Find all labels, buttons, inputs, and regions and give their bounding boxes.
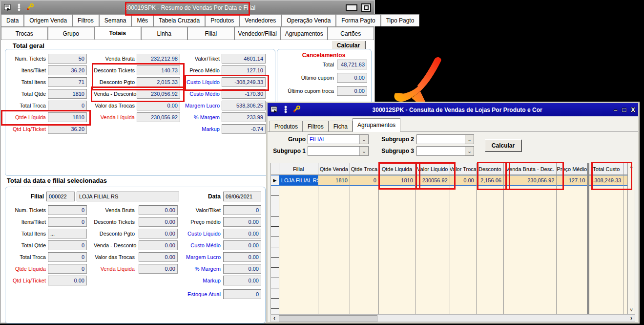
column-header[interactable]: Total Custo [589, 163, 623, 175]
tab-filtros[interactable]: Filtros [72, 14, 99, 26]
field-value: 0.00 [223, 276, 261, 285]
column-header[interactable]: Valor Liquido [415, 163, 450, 175]
field-label: Venda Bruta [94, 205, 135, 215]
tab-forma-pagto[interactable]: Forma Pagto [336, 14, 380, 26]
maximize-button[interactable] [361, 3, 371, 12]
field-value: 0.00 [223, 240, 261, 250]
total-geral-heading: Total geral [13, 42, 44, 49]
field-value: -0.74 [222, 124, 266, 134]
tab-origem-venda[interactable]: Origem Venda [24, 14, 72, 26]
close-button[interactable]: X [631, 107, 635, 113]
field-value: 50 [48, 54, 87, 64]
column-header[interactable]: Venda Bruta - Desc. [504, 163, 556, 175]
maximize-button[interactable]: □ [622, 107, 626, 113]
tab-vendedor-filial[interactable]: Vendedor/Filial [234, 27, 281, 40]
vertical-scrollbar[interactable]: ˄ ˅ [627, 163, 635, 314]
tab-ficha[interactable]: Ficha [329, 121, 353, 131]
tab-cartoes[interactable]: Cartões [328, 27, 374, 40]
field-label: Venda - Desconto [94, 240, 135, 250]
grid-cell[interactable]: 230,056.92 [504, 175, 556, 186]
column-header[interactable]: Filial [279, 163, 318, 175]
column-header[interactable]: Qtde Troca [350, 163, 378, 175]
grid-column-qtde-troca: Qtde Troca 0 [350, 163, 379, 314]
chevron-down-icon[interactable]: ⌄ [359, 135, 368, 144]
subgrupo2-dropdown[interactable]: ⌄ [416, 134, 474, 144]
subgrupo2-label: Subgrupo 2 [374, 134, 414, 144]
tab-tabela-cruzada[interactable]: Tabela Cruzada [153, 14, 205, 26]
field-label: Total Itens [5, 229, 46, 238]
minimize-button[interactable] [346, 4, 357, 11]
tab-produtos[interactable]: Produtos [205, 14, 239, 26]
form-exit-icon[interactable] [270, 106, 278, 114]
field-value: 0.00 [223, 252, 261, 262]
grid-column-qtde-liquida: Qtde Liquida 1810 [379, 163, 415, 314]
subgrupo3-dropdown[interactable]: ⌄ [416, 146, 474, 156]
grid-cell[interactable]: 2,156.06 [477, 175, 503, 186]
field-label: Total [279, 60, 334, 69]
grid-cell[interactable]: 230056.92 [415, 175, 450, 186]
window1-titlebar: 300019SPK - Resumo de Vendas Por Data e … [1, 1, 374, 14]
traffic-light-icon[interactable] [17, 3, 21, 12]
field-label: Venda - Desconto [94, 89, 135, 99]
field-value: 232,212.98 [137, 54, 180, 64]
tab-linha[interactable]: Linha [141, 27, 188, 40]
field-value: 2,015.33 [137, 77, 180, 87]
tab-agrupamentos[interactable]: Agrupamentos [353, 118, 400, 132]
subgrupo1-value [308, 147, 359, 155]
tab-trocas[interactable]: Trocas [1, 27, 48, 40]
sales-grid: ▶ Filial LOJA FILIAL RS Qtde Venda 1810 … [270, 163, 635, 314]
column-header[interactable]: Preço Médio [557, 163, 587, 175]
window-consulta-vendas: 300012SPK - Consulta de Vendas de Lojas … [266, 102, 640, 324]
column-header[interactable]: Qtde Liquida [379, 163, 415, 175]
wrench-icon[interactable] [293, 106, 301, 114]
grid-cell[interactable]: 127.10 [557, 175, 587, 186]
filial-name: LOJA FILIAL RS [77, 192, 179, 201]
tab-grupo[interactable]: Grupo [48, 27, 95, 40]
tab-vendedores[interactable]: Vendedores [239, 14, 281, 26]
grupo-dropdown[interactable]: FILIAL ⌄ [308, 134, 369, 144]
tab-data[interactable]: Data [1, 14, 24, 26]
field-value: 0.00 [337, 73, 367, 83]
grid-column-valor-troca: Valor Troca 0.00 [450, 163, 477, 314]
grid-cell[interactable]: 0 [350, 175, 378, 186]
field-value: 36.20 [48, 65, 87, 75]
scroll-down-icon[interactable]: ˅ [630, 307, 633, 313]
grid-cell[interactable]: 1810 [318, 175, 350, 186]
wrench-icon[interactable] [26, 3, 34, 12]
tab-filtros[interactable]: Filtros [303, 121, 329, 131]
field-label: Venda Líquida [94, 112, 135, 122]
tab-mes[interactable]: Mês [131, 14, 153, 26]
tab-tipo-pagto[interactable]: Tipo Pagto [381, 14, 420, 26]
minimize-button[interactable]: – [614, 107, 617, 113]
scroll-left-icon[interactable]: ‹ [271, 315, 278, 322]
grid-cell[interactable]: -308,249.33 [589, 175, 623, 186]
tab-produtos[interactable]: Produtos [270, 121, 303, 131]
field-label: % Margem [182, 264, 221, 274]
tab-totais[interactable]: Totais [94, 26, 141, 40]
chevron-down-icon[interactable]: ⌄ [465, 147, 474, 155]
tab-operacao-venda[interactable]: Operação Venda [281, 14, 336, 26]
grid-cell[interactable]: 1810 [379, 175, 415, 186]
chevron-down-icon[interactable]: ⌄ [465, 135, 474, 144]
calcular-button-window2[interactable]: Calcular [485, 139, 521, 152]
tab-filial[interactable]: Filial [187, 27, 234, 40]
tab-semana[interactable]: Semana [99, 14, 132, 26]
field-value: 0.00 [223, 229, 261, 238]
field-label: Desconto Tickets [94, 65, 135, 75]
grid-cell[interactable]: 0.00 [450, 175, 476, 186]
scroll-up-icon[interactable]: ˄ [630, 164, 633, 170]
tab-strip-top: Data Origem Venda Filtros Semana Mês Tab… [1, 14, 374, 27]
column-header[interactable]: Valor Troca [450, 163, 476, 175]
form-exit-icon[interactable] [4, 4, 12, 12]
grid-cell-filial[interactable]: LOJA FILIAL RS [279, 175, 318, 186]
traffic-light-icon[interactable] [283, 106, 288, 114]
chevron-down-icon[interactable]: ⌄ [359, 147, 368, 155]
scroll-right-icon[interactable]: › [628, 315, 635, 322]
subgrupo1-dropdown[interactable]: ⌄ [308, 146, 369, 156]
field-label: Qtd Líq/Ticket [5, 276, 46, 285]
horizontal-scrollbar[interactable]: ‹ › [270, 314, 635, 322]
tab-agrupamentos[interactable]: Agrupamentos [281, 27, 328, 40]
column-header[interactable]: Desconto [477, 163, 503, 175]
column-header[interactable]: Qtde Venda [318, 163, 350, 175]
scrollbar-thumb[interactable] [279, 315, 377, 322]
